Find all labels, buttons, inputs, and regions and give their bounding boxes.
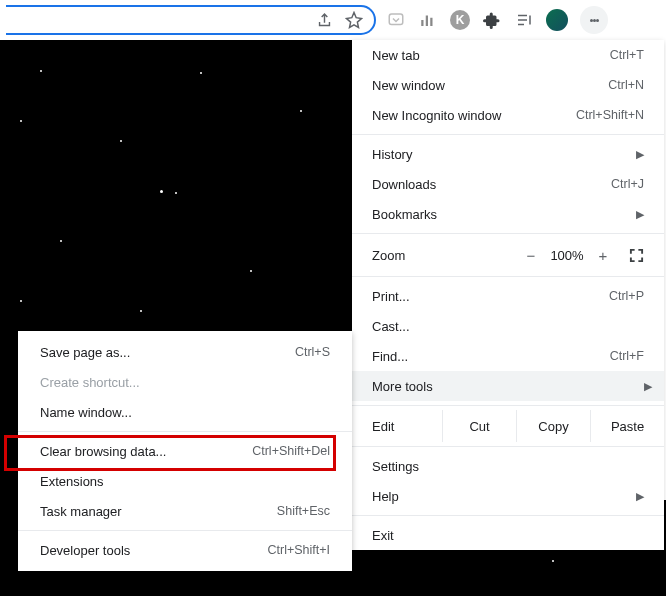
submenu-item-shortcut: Ctrl+Shift+I [267,543,330,557]
submenu-item-label: Task manager [40,504,277,519]
submenu-item-label: Name window... [40,405,330,420]
menu-downloads[interactable]: Downloads Ctrl+J [352,169,664,199]
edit-cut-button[interactable]: Cut [442,410,516,442]
submenu-item-label: Developer tools [40,543,267,558]
menu-new-incognito[interactable]: New Incognito window Ctrl+Shift+N [352,100,664,130]
svg-rect-1 [421,20,423,26]
fullscreen-icon[interactable] [629,248,644,263]
submenu-task-manager[interactable]: Task manager Shift+Esc [18,496,352,526]
menu-item-label: Print... [372,289,609,304]
submenu-arrow-icon: ▶ [628,148,644,161]
profile-avatar[interactable] [546,9,568,31]
menu-item-label: New Incognito window [372,108,576,123]
edit-paste-button[interactable]: Paste [590,410,664,442]
address-bar[interactable] [6,5,376,35]
submenu-item-shortcut: Shift+Esc [277,504,330,518]
chrome-menu-button[interactable] [580,6,608,34]
submenu-item-label: Save page as... [40,345,295,360]
submenu-item-label: Clear browsing data... [40,444,252,459]
menu-item-shortcut: Ctrl+Shift+N [576,108,644,122]
submenu-item-label: Extensions [40,474,330,489]
submenu-item-shortcut: Ctrl+S [295,345,330,359]
reading-list-icon[interactable] [514,10,534,30]
menu-cast[interactable]: Cast... [352,311,664,341]
share-icon[interactable] [314,10,334,30]
zoom-in-button[interactable]: + [589,247,617,264]
chart-icon[interactable] [418,10,438,30]
menu-item-label: Cast... [372,319,644,334]
svg-rect-0 [389,14,403,25]
menu-item-label: New tab [372,48,610,63]
browser-toolbar: K [0,0,666,40]
menu-more-tools[interactable]: More tools ▶ [352,371,664,401]
menu-history[interactable]: History ▶ [352,139,664,169]
submenu-create-shortcut: Create shortcut... [18,367,352,397]
submenu-name-window[interactable]: Name window... [18,397,352,427]
menu-exit[interactable]: Exit [352,520,664,550]
menu-item-label: History [372,147,628,162]
submenu-save-page[interactable]: Save page as... Ctrl+S [18,337,352,367]
pocket-icon[interactable] [386,10,406,30]
more-tools-submenu: Save page as... Ctrl+S Create shortcut..… [18,331,352,571]
submenu-item-shortcut: Ctrl+Shift+Del [252,444,330,458]
menu-item-label: Downloads [372,177,611,192]
menu-settings[interactable]: Settings [352,451,664,481]
chrome-main-menu: New tab Ctrl+T New window Ctrl+N New Inc… [352,40,664,550]
submenu-arrow-icon: ▶ [636,380,652,393]
zoom-out-button[interactable]: − [517,247,545,264]
menu-separator [352,134,664,135]
menu-new-tab[interactable]: New tab Ctrl+T [352,40,664,70]
menu-item-label: New window [372,78,608,93]
zoom-percent: 100% [545,248,589,263]
menu-separator [352,233,664,234]
menu-item-label: Settings [372,459,644,474]
submenu-arrow-icon: ▶ [628,208,644,221]
submenu-extensions[interactable]: Extensions [18,466,352,496]
menu-find[interactable]: Find... Ctrl+F [352,341,664,371]
k-extension-icon[interactable]: K [450,10,470,30]
svg-rect-2 [426,16,428,27]
menu-separator [352,276,664,277]
toolbar-extensions: K [386,6,608,34]
menu-item-label: Bookmarks [372,207,628,222]
submenu-arrow-icon: ▶ [628,490,644,503]
menu-separator [352,405,664,406]
edit-copy-button[interactable]: Copy [516,410,590,442]
menu-item-label: More tools [372,379,636,394]
menu-item-shortcut: Ctrl+F [610,349,644,363]
submenu-clear-browsing-data[interactable]: Clear browsing data... Ctrl+Shift+Del [18,436,352,466]
zoom-label: Zoom [372,248,517,263]
menu-item-label: Find... [372,349,610,364]
menu-help[interactable]: Help ▶ [352,481,664,511]
submenu-separator [18,530,352,531]
menu-zoom: Zoom − 100% + [352,238,664,272]
menu-separator [352,515,664,516]
menu-item-shortcut: Ctrl+T [610,48,644,62]
extensions-puzzle-icon[interactable] [482,10,502,30]
star-icon[interactable] [344,10,364,30]
submenu-developer-tools[interactable]: Developer tools Ctrl+Shift+I [18,535,352,565]
menu-item-shortcut: Ctrl+N [608,78,644,92]
submenu-separator [18,431,352,432]
edit-label: Edit [352,410,442,442]
menu-bookmarks[interactable]: Bookmarks ▶ [352,199,664,229]
submenu-item-label: Create shortcut... [40,375,330,390]
menu-item-label: Help [372,489,628,504]
menu-print[interactable]: Print... Ctrl+P [352,281,664,311]
menu-new-window[interactable]: New window Ctrl+N [352,70,664,100]
menu-edit-row: Edit Cut Copy Paste [352,410,664,442]
svg-rect-3 [430,18,432,26]
menu-item-shortcut: Ctrl+J [611,177,644,191]
menu-item-shortcut: Ctrl+P [609,289,644,303]
menu-item-label: Exit [372,528,644,543]
menu-separator [352,446,664,447]
